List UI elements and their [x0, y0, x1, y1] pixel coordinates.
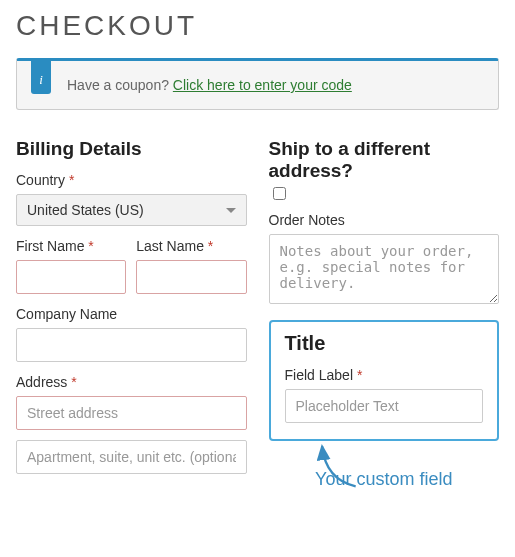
custom-field-label: Field Label * [285, 367, 484, 383]
address-line2-input[interactable] [16, 440, 247, 474]
country-value: United States (US) [27, 202, 144, 218]
custom-field-box: Title Field Label * [269, 320, 500, 441]
billing-heading: Billing Details [16, 138, 247, 160]
country-select[interactable]: United States (US) [16, 194, 247, 226]
last-name-label: Last Name * [136, 238, 246, 254]
address-line1-input[interactable] [16, 396, 247, 430]
ship-different-checkbox[interactable] [273, 187, 286, 200]
first-name-label: First Name * [16, 238, 126, 254]
order-notes-input[interactable] [269, 234, 500, 304]
address-label: Address * [16, 374, 247, 390]
shipping-heading: Ship to a different address? [269, 138, 500, 200]
coupon-text: Have a coupon? [67, 77, 173, 93]
custom-field-title: Title [285, 332, 484, 355]
custom-field-input[interactable] [285, 389, 484, 423]
first-name-input[interactable] [16, 260, 126, 294]
company-input[interactable] [16, 328, 247, 362]
annotation: Your custom field [269, 469, 500, 490]
annotation-text: Your custom field [315, 469, 452, 489]
last-name-input[interactable] [136, 260, 246, 294]
page-title: CHECKOUT [16, 10, 499, 42]
country-label: Country * [16, 172, 247, 188]
company-label: Company Name [16, 306, 247, 322]
order-notes-label: Order Notes [269, 212, 500, 228]
coupon-notice: i Have a coupon? Click here to enter you… [16, 58, 499, 110]
info-icon: i [31, 58, 51, 94]
coupon-link[interactable]: Click here to enter your code [173, 77, 352, 93]
